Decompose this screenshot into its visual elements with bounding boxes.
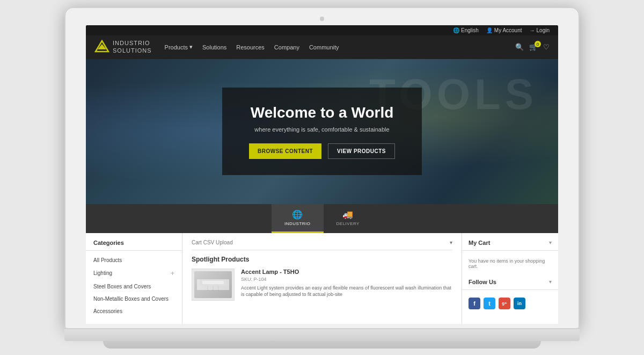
- laptop-bottom: [103, 341, 541, 349]
- follow-us-header: Follow Us ▾: [462, 279, 558, 290]
- nav-community-label: Community: [309, 44, 339, 50]
- login-link[interactable]: → Login: [530, 27, 550, 33]
- sidebar-steel-boxes-label: Steel Boxes and Covers: [93, 284, 151, 289]
- laptop-screen-bezel: 🌐 English 👤 My Account → Login: [64, 7, 580, 329]
- hero-content: Welcome to a World where everything is s…: [222, 88, 422, 175]
- svg-rect-3: [202, 281, 224, 284]
- browse-content-button[interactable]: BROWSE CONTENT: [249, 143, 321, 159]
- cart-dropdown-arrow[interactable]: ▾: [549, 240, 552, 245]
- tab-industrio-label: INDUSTRIO: [284, 221, 311, 226]
- lang-label: English: [461, 27, 479, 33]
- product-image-inner: [194, 271, 232, 298]
- sidebar-item-all-products[interactable]: All Products: [86, 254, 182, 266]
- user-icon: 👤: [486, 27, 493, 33]
- social-icons: f t g+ in: [462, 294, 558, 313]
- logo-text: INDUSTRIO SOLUTIONS: [113, 40, 152, 54]
- nav-solutions-label: Solutions: [202, 44, 226, 50]
- nav-icons: 🔍 🛒 0 ♡: [515, 43, 550, 51]
- laptop-wrapper: 🌐 English 👤 My Account → Login: [64, 7, 580, 349]
- sidebar: Categories All Products Lighting + Steel…: [86, 233, 182, 324]
- main-content: Categories All Products Lighting + Steel…: [86, 233, 558, 324]
- search-button[interactable]: 🔍: [515, 43, 524, 51]
- logo-sub: SOLUTIONS: [113, 47, 152, 54]
- follow-us-section: Follow Us ▾ f t g+ in: [462, 279, 558, 313]
- my-account-link[interactable]: 👤 My Account: [486, 27, 522, 33]
- product-description: Accent Light system provides an easy and…: [241, 285, 452, 298]
- expand-icon: +: [171, 270, 174, 277]
- spotlight-title: Spotlight Products: [192, 256, 452, 263]
- hero-title: Welcome to a World: [249, 104, 395, 122]
- cart-title: My Cart: [469, 240, 490, 246]
- product-sku: SKU: P-104: [241, 277, 452, 282]
- linkedin-icon[interactable]: in: [514, 298, 525, 309]
- hero-buttons: BROWSE CONTENT VIEW PRODUCTS: [249, 143, 395, 159]
- tab-delivery-label: DELIVERY: [336, 221, 360, 226]
- nav-solutions[interactable]: Solutions: [202, 44, 226, 50]
- cart-panel-header: My Cart ▾: [462, 240, 558, 251]
- tab-delivery[interactable]: 🚚 DELIVERY: [324, 204, 372, 233]
- nav-community[interactable]: Community: [309, 44, 339, 50]
- sidebar-non-metallic-label: Non-Metallic Boxes and Covers: [93, 296, 169, 302]
- top-utility-bar: 🌐 English 👤 My Account → Login: [86, 25, 558, 35]
- logo-icon: [94, 40, 109, 55]
- sidebar-title: Categories: [86, 240, 182, 251]
- csv-upload-bar: Cart CSV Upload ▾: [192, 240, 452, 250]
- right-panel: My Cart ▾ You have no items in your shop…: [462, 233, 558, 324]
- sidebar-all-products-label: All Products: [93, 257, 122, 263]
- sidebar-item-accessories[interactable]: Accessories: [86, 305, 182, 317]
- nav-links: Products ▾ Solutions Resources Company C…: [165, 44, 515, 50]
- product-card: Accent Lamp - T5HO SKU: P-104 Accent Lig…: [192, 269, 452, 301]
- login-label: Login: [537, 27, 550, 33]
- csv-dropdown-arrow[interactable]: ▾: [450, 240, 452, 245]
- chevron-down-icon: ▾: [189, 44, 193, 50]
- nav-company-label: Company: [274, 44, 299, 50]
- lamp-svg: [197, 277, 229, 293]
- follow-us-title: Follow Us: [469, 279, 496, 285]
- lang-selector[interactable]: 🌐 English: [453, 27, 479, 33]
- industrio-icon: 🌐: [292, 209, 303, 220]
- google-plus-icon[interactable]: g+: [499, 298, 510, 309]
- laptop-camera: [320, 17, 324, 21]
- logo-area[interactable]: INDUSTRIO SOLUTIONS: [94, 40, 152, 55]
- csv-upload-label[interactable]: Cart CSV Upload: [192, 240, 233, 245]
- account-label: My Account: [494, 27, 522, 33]
- globe-icon: 🌐: [453, 27, 459, 33]
- twitter-icon[interactable]: t: [484, 298, 495, 309]
- nav-company[interactable]: Company: [274, 44, 299, 50]
- sidebar-item-lighting[interactable]: Lighting +: [86, 266, 182, 280]
- sidebar-accessories-label: Accessories: [93, 308, 122, 314]
- facebook-icon[interactable]: f: [469, 298, 480, 309]
- tabs-row: 🌐 INDUSTRIO 🚚 DELIVERY: [86, 204, 558, 233]
- center-panel: Cart CSV Upload ▾ Spotlight Products: [183, 233, 461, 324]
- login-icon: →: [530, 27, 535, 33]
- screen-content: 🌐 English 👤 My Account → Login: [86, 25, 558, 324]
- wishlist-button[interactable]: ♡: [543, 43, 550, 51]
- sidebar-item-non-metallic[interactable]: Non-Metallic Boxes and Covers: [86, 293, 182, 305]
- nav-resources-label: Resources: [236, 44, 265, 50]
- cart-button[interactable]: 🛒 0: [529, 43, 538, 51]
- laptop-base: [64, 329, 580, 341]
- cart-badge: 0: [535, 41, 541, 47]
- product-name[interactable]: Accent Lamp - T5HO: [241, 269, 452, 275]
- cart-empty-message: You have no items in your shopping cart.: [462, 255, 558, 272]
- sidebar-item-steel-boxes[interactable]: Steel Boxes and Covers: [86, 280, 182, 293]
- main-nav: INDUSTRIO SOLUTIONS Products ▾ Solutions…: [86, 35, 558, 59]
- hero-subtitle: where everything is safe, comfortable & …: [249, 126, 395, 133]
- svg-rect-2: [200, 279, 226, 286]
- product-info: Accent Lamp - T5HO SKU: P-104 Accent Lig…: [241, 269, 452, 298]
- nav-resources[interactable]: Resources: [236, 44, 265, 50]
- hero-section: Welcome to a World where everything is s…: [86, 59, 558, 204]
- sidebar-lighting-label: Lighting: [93, 270, 112, 276]
- product-image[interactable]: [192, 269, 235, 301]
- view-products-button[interactable]: VIEW PRODUCTS: [328, 143, 395, 159]
- nav-products-label: Products: [165, 44, 188, 50]
- logo-name: INDUSTRIO: [113, 40, 152, 47]
- nav-products[interactable]: Products ▾: [165, 44, 193, 50]
- delivery-icon: 🚚: [342, 209, 354, 220]
- tab-industrio[interactable]: 🌐 INDUSTRIO: [272, 204, 324, 233]
- follow-dropdown-arrow[interactable]: ▾: [549, 279, 552, 285]
